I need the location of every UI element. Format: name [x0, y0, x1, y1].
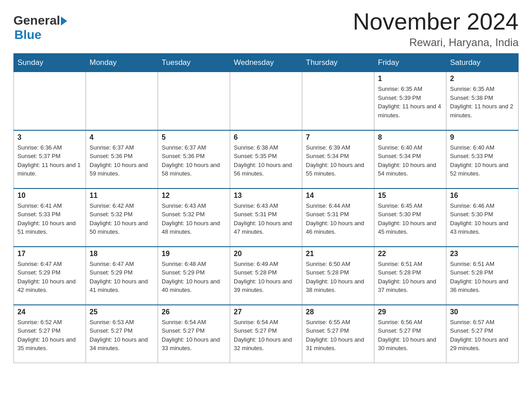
day-number: 8	[378, 133, 442, 141]
calendar-cell: 12Sunrise: 6:43 AMSunset: 5:32 PMDayligh…	[158, 188, 230, 247]
calendar-cell: 18Sunrise: 6:47 AMSunset: 5:29 PMDayligh…	[86, 247, 158, 305]
day-info: Sunrise: 6:42 AMSunset: 5:32 PMDaylight:…	[90, 201, 154, 236]
day-info: Sunrise: 6:51 AMSunset: 5:28 PMDaylight:…	[450, 260, 515, 295]
calendar-cell	[302, 72, 374, 130]
calendar-cell: 16Sunrise: 6:46 AMSunset: 5:30 PMDayligh…	[446, 188, 519, 247]
day-info: Sunrise: 6:38 AMSunset: 5:35 PMDaylight:…	[234, 143, 298, 178]
calendar-cell: 17Sunrise: 6:47 AMSunset: 5:29 PMDayligh…	[14, 247, 86, 305]
day-info: Sunrise: 6:40 AMSunset: 5:33 PMDaylight:…	[450, 143, 515, 178]
day-number: 21	[306, 250, 370, 258]
day-info: Sunrise: 6:39 AMSunset: 5:34 PMDaylight:…	[306, 143, 370, 178]
header-friday: Friday	[374, 54, 446, 72]
page-header: General Blue November 2024 Rewari, Harya…	[13, 9, 519, 49]
day-info: Sunrise: 6:53 AMSunset: 5:27 PMDaylight:…	[90, 318, 154, 353]
day-number: 29	[378, 308, 442, 316]
day-number: 10	[17, 192, 82, 200]
month-title: November 2024	[353, 9, 519, 34]
calendar-cell: 23Sunrise: 6:51 AMSunset: 5:28 PMDayligh…	[446, 247, 519, 305]
calendar-cell: 19Sunrise: 6:48 AMSunset: 5:29 PMDayligh…	[158, 247, 230, 305]
header-monday: Monday	[86, 54, 158, 72]
day-info: Sunrise: 6:49 AMSunset: 5:28 PMDaylight:…	[234, 260, 298, 295]
day-info: Sunrise: 6:56 AMSunset: 5:27 PMDaylight:…	[378, 318, 442, 353]
day-number: 1	[378, 75, 442, 83]
day-number: 4	[90, 133, 154, 141]
day-number: 26	[162, 308, 226, 316]
day-info: Sunrise: 6:54 AMSunset: 5:27 PMDaylight:…	[162, 318, 226, 353]
day-number: 3	[17, 133, 82, 141]
header-tuesday: Tuesday	[158, 54, 230, 72]
logo: General Blue	[13, 13, 67, 42]
calendar-cell: 11Sunrise: 6:42 AMSunset: 5:32 PMDayligh…	[86, 188, 158, 247]
day-info: Sunrise: 6:51 AMSunset: 5:28 PMDaylight:…	[378, 260, 442, 295]
day-number: 15	[378, 192, 442, 200]
calendar-week-row: 10Sunrise: 6:41 AMSunset: 5:33 PMDayligh…	[14, 188, 519, 247]
location-title: Rewari, Haryana, India	[353, 36, 519, 49]
day-number: 19	[162, 250, 226, 258]
day-info: Sunrise: 6:54 AMSunset: 5:27 PMDaylight:…	[234, 318, 298, 353]
day-number: 18	[90, 250, 154, 258]
day-number: 30	[450, 308, 515, 316]
calendar-cell: 2Sunrise: 6:35 AMSunset: 5:38 PMDaylight…	[446, 72, 519, 130]
day-number: 6	[234, 133, 298, 141]
day-info: Sunrise: 6:45 AMSunset: 5:30 PMDaylight:…	[378, 201, 442, 236]
calendar-cell: 24Sunrise: 6:52 AMSunset: 5:27 PMDayligh…	[14, 305, 86, 363]
calendar-cell: 25Sunrise: 6:53 AMSunset: 5:27 PMDayligh…	[86, 305, 158, 363]
calendar-cell: 30Sunrise: 6:57 AMSunset: 5:27 PMDayligh…	[446, 305, 519, 363]
logo-arrow-icon	[61, 17, 67, 26]
day-number: 12	[162, 192, 226, 200]
calendar-table: Sunday Monday Tuesday Wednesday Thursday…	[13, 53, 519, 363]
day-info: Sunrise: 6:48 AMSunset: 5:29 PMDaylight:…	[162, 260, 226, 295]
calendar-cell: 22Sunrise: 6:51 AMSunset: 5:28 PMDayligh…	[374, 247, 446, 305]
day-number: 13	[234, 192, 298, 200]
calendar-cell: 3Sunrise: 6:36 AMSunset: 5:37 PMDaylight…	[14, 130, 86, 188]
day-number: 11	[90, 192, 154, 200]
calendar-cell: 1Sunrise: 6:35 AMSunset: 5:39 PMDaylight…	[374, 72, 446, 130]
calendar-cell: 13Sunrise: 6:43 AMSunset: 5:31 PMDayligh…	[230, 188, 302, 247]
calendar-cell: 10Sunrise: 6:41 AMSunset: 5:33 PMDayligh…	[14, 188, 86, 247]
calendar-cell: 29Sunrise: 6:56 AMSunset: 5:27 PMDayligh…	[374, 305, 446, 363]
calendar-cell: 15Sunrise: 6:45 AMSunset: 5:30 PMDayligh…	[374, 188, 446, 247]
day-number: 25	[90, 308, 154, 316]
calendar-cell: 14Sunrise: 6:44 AMSunset: 5:31 PMDayligh…	[302, 188, 374, 247]
day-info: Sunrise: 6:35 AMSunset: 5:39 PMDaylight:…	[378, 85, 442, 120]
day-number: 24	[17, 308, 82, 316]
day-info: Sunrise: 6:43 AMSunset: 5:31 PMDaylight:…	[234, 201, 298, 236]
calendar-cell: 8Sunrise: 6:40 AMSunset: 5:34 PMDaylight…	[374, 130, 446, 188]
day-info: Sunrise: 6:44 AMSunset: 5:31 PMDaylight:…	[306, 201, 370, 236]
calendar-week-row: 1Sunrise: 6:35 AMSunset: 5:39 PMDaylight…	[14, 72, 519, 130]
day-info: Sunrise: 6:40 AMSunset: 5:34 PMDaylight:…	[378, 143, 442, 178]
calendar-week-row: 17Sunrise: 6:47 AMSunset: 5:29 PMDayligh…	[14, 247, 519, 305]
day-info: Sunrise: 6:47 AMSunset: 5:29 PMDaylight:…	[17, 260, 82, 295]
header-saturday: Saturday	[446, 54, 519, 72]
header-thursday: Thursday	[302, 54, 374, 72]
logo-blue-text: Blue	[14, 28, 42, 42]
day-number: 16	[450, 192, 515, 200]
weekday-header-row: Sunday Monday Tuesday Wednesday Thursday…	[14, 54, 519, 72]
day-number: 23	[450, 250, 515, 258]
day-info: Sunrise: 6:35 AMSunset: 5:38 PMDaylight:…	[450, 85, 515, 120]
day-info: Sunrise: 6:41 AMSunset: 5:33 PMDaylight:…	[17, 201, 82, 236]
header-sunday: Sunday	[14, 54, 86, 72]
day-number: 22	[378, 250, 442, 258]
calendar-cell: 26Sunrise: 6:54 AMSunset: 5:27 PMDayligh…	[158, 305, 230, 363]
day-info: Sunrise: 6:52 AMSunset: 5:27 PMDaylight:…	[17, 318, 82, 353]
day-number: 2	[450, 75, 515, 83]
calendar-cell	[230, 72, 302, 130]
title-section: November 2024 Rewari, Haryana, India	[353, 9, 519, 49]
day-number: 17	[17, 250, 82, 258]
calendar-cell: 5Sunrise: 6:37 AMSunset: 5:36 PMDaylight…	[158, 130, 230, 188]
calendar-cell: 28Sunrise: 6:55 AMSunset: 5:27 PMDayligh…	[302, 305, 374, 363]
header-wednesday: Wednesday	[230, 54, 302, 72]
calendar-week-row: 24Sunrise: 6:52 AMSunset: 5:27 PMDayligh…	[14, 305, 519, 363]
day-info: Sunrise: 6:36 AMSunset: 5:37 PMDaylight:…	[17, 143, 82, 178]
day-number: 27	[234, 308, 298, 316]
calendar-cell: 9Sunrise: 6:40 AMSunset: 5:33 PMDaylight…	[446, 130, 519, 188]
day-number: 9	[450, 133, 515, 141]
day-info: Sunrise: 6:37 AMSunset: 5:36 PMDaylight:…	[162, 143, 226, 178]
day-info: Sunrise: 6:57 AMSunset: 5:27 PMDaylight:…	[450, 318, 515, 353]
calendar-cell	[14, 72, 86, 130]
day-info: Sunrise: 6:37 AMSunset: 5:36 PMDaylight:…	[90, 143, 154, 178]
day-number: 14	[306, 192, 370, 200]
calendar-cell	[86, 72, 158, 130]
calendar-cell: 21Sunrise: 6:50 AMSunset: 5:28 PMDayligh…	[302, 247, 374, 305]
